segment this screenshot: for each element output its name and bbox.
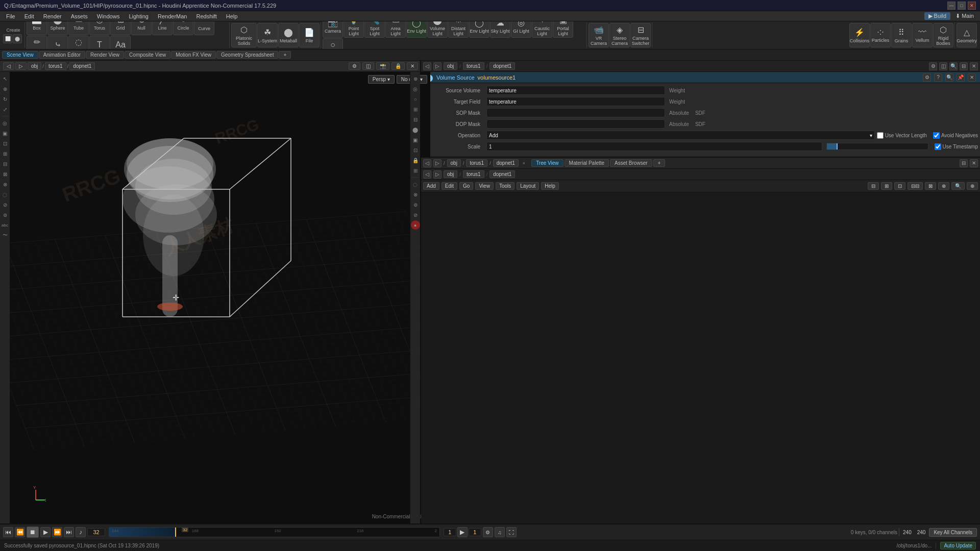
tool-causticlight[interactable]: ✦Caustic Light xyxy=(532,21,552,38)
tool-sphere-big[interactable]: ⬤Sphere xyxy=(47,21,68,35)
vp-tool-10[interactable]: ⊚ xyxy=(1,210,10,219)
menu-redshift[interactable]: Redshift xyxy=(192,13,220,20)
node-icon-b[interactable]: ✕ xyxy=(970,159,978,167)
node-add-btn[interactable]: Add xyxy=(423,182,439,190)
tool-font[interactable]: AaFont xyxy=(110,36,131,50)
tool-arealight[interactable]: ▭Area Light xyxy=(385,21,406,38)
tool-lsystem[interactable]: ☘L-System xyxy=(257,23,278,47)
vp-rt-3[interactable]: ○ xyxy=(411,94,420,104)
vp-rt-4[interactable]: ⊞ xyxy=(411,105,420,114)
main-dropdown[interactable]: ⬇ Main xyxy=(951,12,978,20)
tool-box[interactable]: ⬜ xyxy=(3,34,12,43)
timeline-play-btn2[interactable]: ▶ xyxy=(457,527,468,537)
tool-particles[interactable]: ·:·Particles xyxy=(870,23,891,47)
node-tool-r3[interactable]: ⊡ xyxy=(894,182,905,190)
vp-tool-transform[interactable]: ⊕ xyxy=(1,84,10,93)
tool-metaball[interactable]: ⬤Metaball xyxy=(278,23,299,47)
vp-tool-select[interactable]: ↖ xyxy=(1,74,10,83)
tool-distantlight[interactable]: ☀Distant Light xyxy=(448,21,469,38)
tool-volumelight[interactable]: ⬤Volume Light xyxy=(427,21,448,38)
node-back[interactable]: ◁ xyxy=(423,159,431,167)
timeline-fullscreen[interactable]: ⛶ xyxy=(506,527,517,537)
scale-value[interactable]: 1 xyxy=(486,142,822,151)
menu-windows[interactable]: Windows xyxy=(93,13,124,20)
tool-platonic[interactable]: ⬡Platonic Solids xyxy=(231,23,257,47)
menu-help[interactable]: Help xyxy=(222,13,242,20)
tool-camera[interactable]: 📷Camera xyxy=(323,21,343,38)
props-nav-dopnet1[interactable]: dopnet1 xyxy=(489,62,515,70)
node-nav-forward2[interactable]: ▷ xyxy=(433,170,442,179)
tool-vrcamera[interactable]: 📹VR Camera xyxy=(589,23,609,47)
tool-null[interactable]: ⊕Null xyxy=(131,21,152,35)
tool-grains[interactable]: ⠿Grains xyxy=(891,23,912,47)
vp-tool-3[interactable]: ⊡ xyxy=(1,139,10,148)
tool-ambientlight[interactable]: ○Ambient Light xyxy=(323,38,343,49)
use-vector-length-checkbox[interactable] xyxy=(877,132,884,139)
persp-button[interactable]: Persp ▾ xyxy=(368,75,395,84)
nav-obj[interactable]: obj xyxy=(28,62,41,70)
tool-line[interactable]: ╱Line xyxy=(152,21,173,35)
tool-circle[interactable]: ○Circle xyxy=(173,21,193,35)
tab-render-view[interactable]: Render View xyxy=(86,51,124,59)
tool-pointlight[interactable]: 💡Point Light xyxy=(344,21,364,38)
menu-lighting[interactable]: Lighting xyxy=(125,13,153,20)
vp-tool-2[interactable]: ▣ xyxy=(1,129,10,138)
props-gear[interactable]: ⚙ xyxy=(923,73,931,82)
tool-geometry[interactable]: △Geometry xyxy=(957,23,977,47)
tool-stereocamera[interactable]: ◈Stereo Camera xyxy=(609,23,630,47)
tool-envlight2[interactable]: ◯Env Light xyxy=(469,21,489,38)
node-go-btn[interactable]: Go xyxy=(459,182,473,190)
timeline-next-btn[interactable]: ⏩ xyxy=(52,527,62,537)
node-tool-r4[interactable]: ⊟⊟ xyxy=(908,182,923,190)
frame-end-display[interactable]: 1 xyxy=(469,528,481,536)
viewport-screenshot-button[interactable]: 📸 xyxy=(376,62,389,70)
node-nav-back2[interactable]: ◁ xyxy=(423,170,431,179)
props-back[interactable]: ◁ xyxy=(423,62,431,70)
viewport-settings-button[interactable]: ⚙ xyxy=(349,62,360,70)
sop-mask-value[interactable] xyxy=(486,108,665,117)
tool-grid[interactable]: ⊞Grid xyxy=(110,21,131,35)
tool-skylight[interactable]: ☁Sky Light xyxy=(490,21,510,38)
vp-rt-c[interactable]: ⊚ xyxy=(411,200,420,209)
np-tab-asset[interactable]: Asset Browser xyxy=(610,159,652,167)
node-tool-r1[interactable]: ⊟ xyxy=(868,182,879,190)
nav-forward-button[interactable]: ▷ xyxy=(15,62,27,70)
node-tools-btn[interactable]: Tools xyxy=(496,182,514,190)
tab-add[interactable]: + xyxy=(279,51,291,59)
minimize-button[interactable]: — xyxy=(947,2,955,10)
tab-scene-view[interactable]: Scene View xyxy=(2,51,38,59)
tool-switcher[interactable]: ⊟Camera Switcher xyxy=(630,23,651,47)
source-volume-value[interactable]: temperature xyxy=(486,86,665,95)
props-nav-torus1[interactable]: torus1 xyxy=(463,62,484,70)
node-nav-torus2[interactable]: torus1 xyxy=(463,170,484,178)
maximize-button[interactable]: □ xyxy=(958,2,966,10)
vp-tool-1[interactable]: ◎ xyxy=(1,118,10,128)
np-tab-add[interactable]: + xyxy=(653,159,666,167)
vp-rt-6[interactable]: ⬤ xyxy=(411,125,420,134)
tool-file[interactable]: 📄File xyxy=(299,23,320,47)
tool-rigidbodies[interactable]: ⬡Rigid Bodies xyxy=(933,23,953,47)
tool-text[interactable]: TText xyxy=(89,36,110,50)
tab-anim-editor[interactable]: Animation Editor xyxy=(39,51,85,59)
vp-tool-rotate[interactable]: ↻ xyxy=(1,94,10,104)
node-tool-r7[interactable]: 🔍 xyxy=(951,182,965,190)
vp-rt-b[interactable]: ⊗ xyxy=(411,190,420,199)
vp-tool-scale[interactable]: ⤢ xyxy=(1,105,10,114)
nav-back-button[interactable]: ◁ xyxy=(3,62,14,70)
tool-drawcurve[interactable]: ✏Draw Curve xyxy=(27,36,47,50)
auto-update-btn[interactable]: Auto Update xyxy=(940,542,976,549)
timeline-start-btn[interactable]: ⏮ xyxy=(3,527,13,537)
props-icon-b[interactable]: ◫ xyxy=(939,62,947,70)
vp-tool-9[interactable]: ⊘ xyxy=(1,200,10,209)
node-layout-btn[interactable]: Layout xyxy=(517,182,539,190)
vp-tool-abc[interactable]: abc xyxy=(1,220,10,230)
timeline-prev-btn[interactable]: ⏪ xyxy=(15,527,25,537)
tool-gilight[interactable]: ◎GI Light xyxy=(511,21,531,38)
frame-start-display[interactable]: 1 xyxy=(444,528,456,536)
vp-tool-8[interactable]: ◌ xyxy=(1,190,10,199)
node-tool-r8[interactable]: ⊕ xyxy=(967,182,978,190)
timeline-play-btn[interactable]: ▶ xyxy=(40,527,51,537)
node-help-btn[interactable]: Help xyxy=(541,182,559,190)
props-pin[interactable]: 📌 xyxy=(957,73,965,82)
node-nav-dopnet2[interactable]: dopnet1 xyxy=(489,170,515,178)
